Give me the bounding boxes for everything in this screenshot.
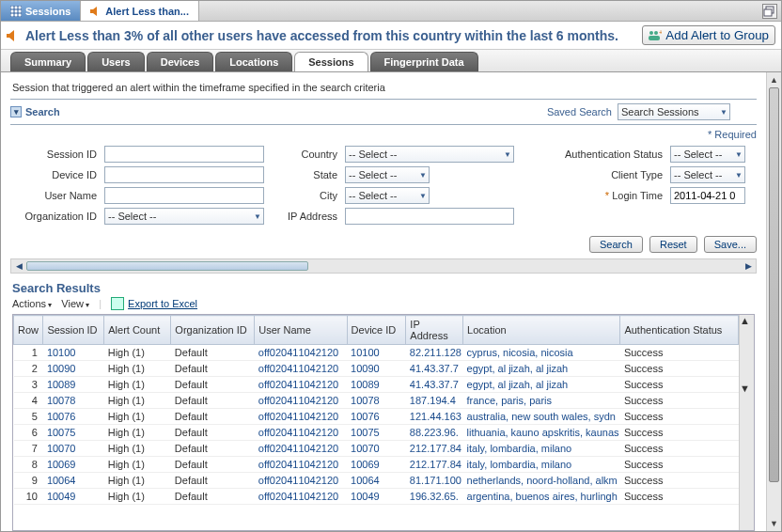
cell[interactable]: off020411042120 [255,377,347,393]
table-row[interactable]: 910064High (1)Defaultoff0204110421201006… [14,473,739,489]
cell[interactable]: off020411042120 [255,361,347,377]
column-header[interactable]: User Name [255,316,347,345]
tab-devices[interactable]: Devices [147,52,214,71]
table-row[interactable]: 410078High (1)Defaultoff0204110421201007… [14,393,739,409]
cell[interactable]: netherlands, noord-holland, alkm [463,473,620,489]
collapse-toggle-icon[interactable]: ▾ [10,106,22,117]
cell[interactable]: 187.194.4 [406,393,463,409]
table-row[interactable]: 310089High (1)Defaultoff0204110421201008… [14,377,739,393]
table-row[interactable]: 110100High (1)Defaultoff0204110421201010… [14,345,739,361]
column-header[interactable]: Device ID [347,316,406,345]
cell[interactable]: off020411042120 [255,409,347,425]
cell[interactable]: 81.171.100 [406,473,463,489]
table-row[interactable]: 610075High (1)Defaultoff0204110421201007… [14,425,739,441]
search-button[interactable]: Search [589,236,643,253]
session-id-input[interactable] [104,146,264,163]
cell[interactable]: 10075 [43,425,104,441]
cell[interactable]: 10100 [43,345,104,361]
column-header[interactable]: Session ID [43,316,104,345]
cell[interactable]: 121.44.163 [406,409,463,425]
reset-button[interactable]: Reset [649,236,697,253]
cell[interactable]: 10070 [347,441,406,457]
cell[interactable]: 10069 [43,457,104,473]
cell[interactable]: 10078 [347,393,406,409]
scroll-thumb[interactable] [769,87,779,482]
cell[interactable]: 196.32.65. [406,489,463,505]
table-vertical-scrollbar[interactable]: ▲ ▼ [739,315,754,530]
actions-menu[interactable]: Actions [12,298,52,309]
tab-summary[interactable]: Summary [10,52,86,71]
cell[interactable]: 82.211.128 [406,345,463,361]
scroll-left-arrow[interactable]: ◀ [11,259,26,273]
cell[interactable]: lithuania, kauno apskritis, kaunas [463,425,620,441]
cell[interactable]: 10090 [347,361,406,377]
ip-address-input[interactable] [345,208,514,225]
scroll-right-arrow[interactable]: ▶ [741,259,756,273]
country-select[interactable]: -- Select --▼ [345,146,514,163]
scroll-up-arrow[interactable]: ▲ [740,315,754,326]
cell[interactable]: off020411042120 [255,425,347,441]
column-header[interactable]: IP Address [406,316,463,345]
cell[interactable]: france, paris, paris [463,393,620,409]
tab-fingerprint-data[interactable]: Fingerprint Data [370,52,478,71]
table-row[interactable]: 710070High (1)Defaultoff0204110421201007… [14,441,739,457]
horizontal-scrollbar[interactable]: ◀ ▶ [10,258,757,274]
org-id-select[interactable]: -- Select --▼ [104,208,264,225]
auth-status-select[interactable]: -- Select --▼ [670,146,745,163]
save-button[interactable]: Save... [704,236,757,253]
column-header[interactable]: Authentication Status [620,316,739,345]
state-select[interactable]: -- Select --▼ [345,166,430,183]
window-tab-sessions[interactable]: Sessions [1,1,81,21]
cell[interactable]: egypt, al jizah, al jizah [463,361,620,377]
cell[interactable]: australia, new south wales, sydn [463,409,620,425]
scroll-down-arrow[interactable]: ▼ [740,383,754,394]
cell[interactable]: 10064 [43,473,104,489]
cell[interactable]: off020411042120 [255,345,347,361]
tab-locations[interactable]: Locations [215,52,292,71]
cell[interactable]: 10089 [43,377,104,393]
table-row[interactable]: 810069High (1)Defaultoff0204110421201006… [14,457,739,473]
export-to-excel-link[interactable]: Export to Excel [111,297,197,310]
scroll-thumb[interactable] [26,261,308,271]
view-menu[interactable]: View [61,298,89,309]
add-alert-to-group-button[interactable]: + Add Alert to Group [642,25,775,45]
login-time-input[interactable] [670,187,745,204]
cell[interactable]: 88.223.96. [406,425,463,441]
table-row[interactable]: 510076High (1)Defaultoff0204110421201007… [14,409,739,425]
cell[interactable]: 10049 [43,489,104,505]
cell[interactable]: cyprus, nicosia, nicosia [463,345,620,361]
scroll-up-arrow[interactable]: ▲ [767,72,781,87]
scroll-down-arrow[interactable]: ▼ [767,516,781,531]
cell[interactable]: 41.43.37.7 [406,361,463,377]
cell[interactable]: off020411042120 [255,457,347,473]
cell[interactable]: 10049 [347,489,406,505]
saved-search-select[interactable]: Search Sessions ▼ [618,103,730,120]
table-row[interactable]: 210090High (1)Defaultoff0204110421201009… [14,361,739,377]
table-row[interactable]: 1010049High (1)Defaultoff020411042120100… [14,489,739,505]
cell[interactable]: off020411042120 [255,473,347,489]
device-id-input[interactable] [104,166,264,183]
window-tab-alert[interactable]: Alert Less than... [81,1,199,21]
cell[interactable]: 10070 [43,441,104,457]
cell[interactable]: 10076 [43,409,104,425]
cell[interactable]: argentina, buenos aires, hurlingh [463,489,620,505]
cell[interactable]: off020411042120 [255,441,347,457]
cell[interactable]: 10075 [347,425,406,441]
cell[interactable]: italy, lombardia, milano [463,441,620,457]
tab-users[interactable]: Users [87,52,145,71]
column-header[interactable]: Location [463,316,620,345]
cell[interactable]: 10076 [347,409,406,425]
cell[interactable]: 10064 [347,473,406,489]
column-header[interactable]: Organization ID [171,316,255,345]
column-header[interactable]: Alert Count [104,316,171,345]
user-name-input[interactable] [104,187,264,204]
client-type-select[interactable]: -- Select --▼ [670,166,745,183]
tab-sessions[interactable]: Sessions [294,52,368,71]
cell[interactable]: 10078 [43,393,104,409]
scroll-thumb[interactable] [740,326,754,383]
city-select[interactable]: -- Select --▼ [345,187,430,204]
cell[interactable]: 10090 [43,361,104,377]
cell[interactable]: 10100 [347,345,406,361]
cell[interactable]: 10069 [347,457,406,473]
cell[interactable]: 212.177.84 [406,457,463,473]
